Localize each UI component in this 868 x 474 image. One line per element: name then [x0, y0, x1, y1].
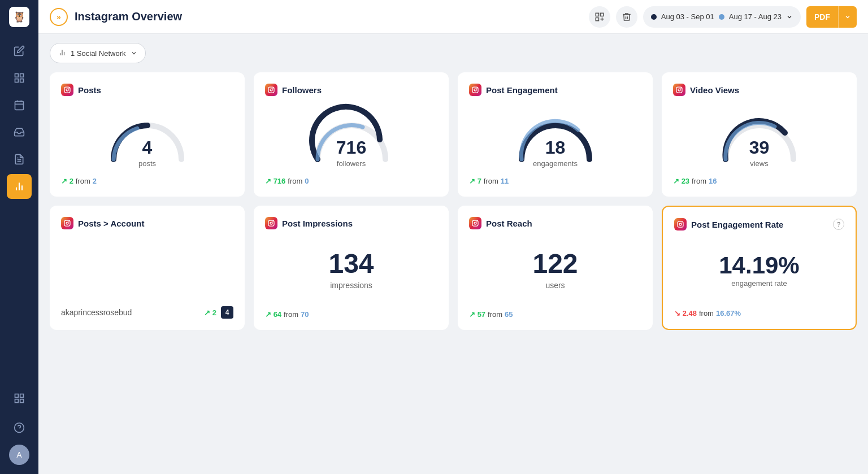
posts-account-title: Posts > Account [78, 219, 144, 228]
views-value: 39 [749, 137, 770, 158]
svg-rect-13 [15, 394, 19, 398]
engagement-unit: engagements [533, 159, 578, 168]
chevron-down-icon [131, 50, 137, 56]
posts-account-card: Posts > Account akaprincessrosebud ↗ 2 4 [50, 206, 245, 330]
posts-card-title: Posts [78, 85, 101, 95]
posts-card: Posts 4 posts [50, 72, 245, 197]
post-reach-card: Post Reach 122 users ↗ 57 from 65 [458, 206, 653, 330]
svg-point-32 [474, 89, 476, 91]
posts-trend: ↗ 2 [61, 177, 73, 185]
views-from: 16 [709, 177, 717, 185]
svg-point-36 [681, 88, 682, 89]
engagement-rate-value: 14.19% [719, 252, 799, 279]
followers-trend: ↗ 716 [265, 177, 285, 185]
video-views-card: Video Views 39 views ↗ 23 from [662, 72, 857, 197]
instagram-icon [469, 217, 481, 229]
pdf-button-group: PDF [806, 6, 857, 28]
svg-rect-15 [15, 399, 19, 403]
svg-point-29 [270, 89, 272, 91]
video-views-gauge: 39 views [673, 105, 845, 168]
metrics-grid: Posts 4 posts [50, 72, 857, 330]
engagement-trend: ↗ 7 [469, 177, 481, 185]
svg-rect-43 [472, 220, 478, 226]
svg-point-38 [66, 222, 68, 224]
posts-account-header: Posts > Account [61, 217, 233, 229]
instagram-icon [673, 84, 685, 96]
svg-rect-28 [268, 87, 274, 93]
sidebar-bottom: A [7, 386, 32, 474]
sidebar-item-analytics[interactable] [7, 174, 32, 199]
posts-gauge-center: 4 posts [138, 137, 156, 168]
network-filter-label: 1 Social Network [71, 49, 126, 58]
post-impressions-title: Post Impressions [282, 219, 353, 228]
impressions-value: 134 [328, 250, 374, 277]
views-trend: ↗ 23 [673, 177, 689, 185]
impressions-trend: ↗ 64 [265, 310, 281, 319]
delete-button[interactable] [616, 6, 637, 28]
rate-trend: ↘ 2.48 [674, 309, 697, 318]
instagram-icon [674, 218, 687, 231]
logo-icon[interactable]: 🦉 [9, 7, 29, 27]
bar-chart-icon [58, 49, 66, 58]
help-icon[interactable]: ? [833, 219, 844, 230]
pdf-dropdown-button[interactable] [839, 14, 857, 20]
date-range-secondary: Aug 17 - Aug 23 [729, 12, 782, 21]
followers-unit: followers [337, 159, 366, 168]
sidebar-item-apps[interactable] [7, 386, 32, 411]
svg-rect-3 [20, 79, 24, 82]
followers-gauge-center: 716 followers [336, 137, 366, 168]
svg-point-45 [477, 221, 478, 222]
engagement-rate-header: Post Engagement Rate ? [674, 218, 844, 231]
instagram-icon [265, 84, 277, 96]
svg-rect-20 [600, 13, 603, 16]
impressions-footer: ↗ 64 from 70 [265, 310, 437, 319]
post-engagement-title: Post Engagement [486, 85, 558, 95]
rate-from: 16.67% [716, 309, 741, 318]
pdf-export-button[interactable]: PDF [806, 12, 838, 21]
instagram-icon [469, 84, 481, 96]
primary-dot [651, 14, 657, 20]
avatar[interactable]: A [9, 445, 29, 465]
engagement-rate-card: Post Engagement Rate ? 14.19% engagement… [662, 206, 857, 330]
posts-card-header: Posts [61, 84, 233, 96]
svg-rect-37 [64, 220, 70, 226]
svg-point-30 [273, 88, 274, 89]
post-engagement-header: Post Engagement [469, 84, 641, 96]
date-range-button[interactable]: Aug 03 - Sep 01 Aug 17 - Aug 23 [643, 6, 801, 28]
reach-value-container: 122 users [469, 236, 641, 303]
sidebar-item-calendar[interactable] [7, 93, 32, 118]
sidebar-item-compose[interactable] [7, 38, 32, 63]
sidebar-item-dashboard[interactable] [7, 66, 32, 90]
sidebar-item-inbox[interactable] [7, 120, 32, 145]
rate-value-container: 14.19% engagement rate [674, 237, 844, 302]
svg-rect-1 [20, 74, 24, 77]
engagement-footer: ↗ 7 from 11 [469, 177, 641, 185]
post-reach-title: Post Reach [486, 219, 532, 228]
posts-value: 4 [142, 137, 153, 158]
svg-rect-4 [15, 101, 24, 110]
svg-point-27 [69, 88, 70, 89]
sidebar-collapse-button[interactable]: » [50, 8, 68, 26]
post-engagement-card: Post Engagement 18 engagements ↗ 7 f [458, 72, 653, 197]
sidebar-item-help[interactable] [7, 415, 32, 440]
engagement-rate-unit: engagement rate [731, 279, 787, 288]
followers-card-title: Followers [282, 85, 322, 95]
svg-rect-21 [596, 18, 598, 20]
svg-rect-31 [472, 87, 478, 93]
posts-from: 2 [93, 177, 97, 185]
add-to-dashboard-button[interactable] [589, 6, 610, 28]
sidebar: 🦉 [0, 0, 38, 474]
svg-point-48 [682, 223, 683, 223]
date-range-primary: Aug 03 - Sep 01 [661, 12, 714, 21]
followers-card: Followers 716 followers ↗ 716 from [254, 72, 449, 197]
svg-point-26 [66, 89, 68, 91]
engagement-from: 11 [501, 177, 509, 185]
engagement-value: 18 [545, 137, 566, 158]
topbar-actions: Aug 03 - Sep 01 Aug 17 - Aug 23 PDF [589, 6, 857, 28]
sidebar-item-campaigns[interactable] [7, 147, 32, 172]
network-filter-button[interactable]: 1 Social Network [50, 43, 146, 63]
svg-point-35 [678, 89, 680, 91]
posts-gauge: 4 posts [61, 105, 233, 168]
account-badge: 4 [221, 306, 233, 319]
chevron-down-icon [786, 14, 793, 20]
